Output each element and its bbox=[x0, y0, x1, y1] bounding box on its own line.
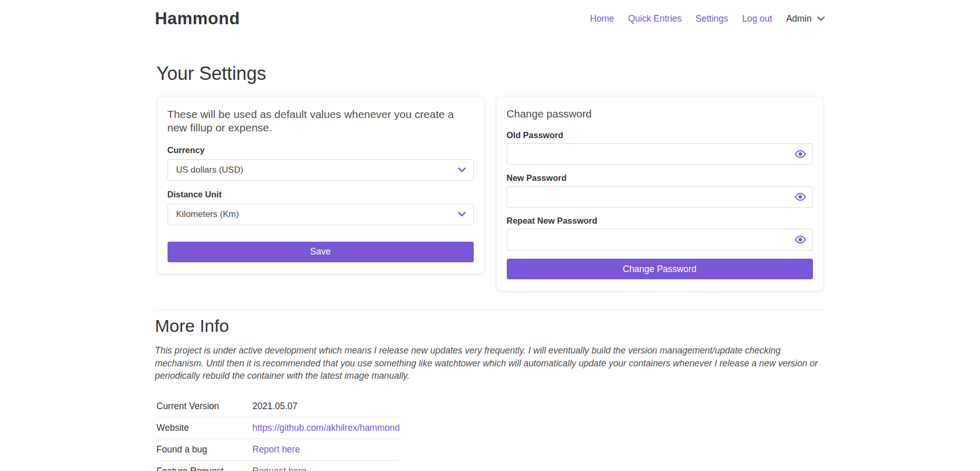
old-password-group: Old Password bbox=[507, 130, 813, 165]
defaults-card: These will be used as default values whe… bbox=[157, 96, 485, 274]
toggle-repeat-password-visibility[interactable] bbox=[794, 234, 807, 245]
row-label: Found a bug bbox=[157, 444, 253, 455]
distance-unit-selected-value: Kilometers (Km) bbox=[176, 209, 239, 220]
old-password-input[interactable] bbox=[507, 143, 813, 165]
nav-item-quick-entries[interactable]: Quick Entries bbox=[628, 13, 682, 24]
top-navbar: Hammond Home Quick Entries Settings Log … bbox=[0, 0, 980, 37]
distance-unit-label: Distance Unit bbox=[168, 190, 474, 199]
current-version-value: 2021.05.07 bbox=[253, 401, 298, 412]
currency-selected-value: US dollars (USD) bbox=[176, 165, 243, 175]
repeat-password-group: Repeat New Password bbox=[507, 216, 813, 250]
new-password-group: New Password bbox=[507, 173, 813, 208]
section-divider bbox=[155, 310, 825, 310]
more-info-title: More Info bbox=[155, 316, 825, 336]
chevron-down-icon bbox=[817, 16, 825, 22]
main-content: Your Settings These will be used as defa… bbox=[155, 63, 825, 471]
table-row-website: Website https://github.com/akhilrex/hamm… bbox=[157, 417, 398, 439]
row-label: Website bbox=[157, 423, 253, 433]
table-row-feature-request: Feature Request Request here bbox=[157, 461, 398, 471]
change-password-title: Change password bbox=[507, 108, 813, 120]
defaults-description: These will be used as default values whe… bbox=[168, 108, 474, 135]
change-password-button[interactable]: Change Password bbox=[507, 259, 813, 279]
new-password-input[interactable] bbox=[507, 186, 813, 208]
table-row-bug: Found a bug Report here bbox=[157, 439, 398, 461]
brand-logo[interactable]: Hammond bbox=[155, 9, 240, 28]
old-password-label: Old Password bbox=[507, 130, 813, 140]
development-note: This project is under active development… bbox=[155, 344, 825, 382]
website-link[interactable]: https://github.com/akhilrex/hammond bbox=[253, 423, 400, 433]
feature-request-link[interactable]: Request here bbox=[253, 466, 307, 471]
table-row-current-version: Current Version 2021.05.07 bbox=[157, 396, 398, 417]
nav-item-settings[interactable]: Settings bbox=[695, 13, 728, 24]
user-menu[interactable]: Admin bbox=[786, 13, 825, 24]
row-label: Current Version bbox=[157, 401, 253, 412]
save-button[interactable]: Save bbox=[168, 242, 474, 262]
info-table: Current Version 2021.05.07 Website https… bbox=[155, 396, 398, 471]
eye-icon bbox=[794, 236, 806, 244]
user-menu-label: Admin bbox=[786, 13, 812, 24]
toggle-new-password-visibility[interactable] bbox=[794, 192, 807, 202]
nav-links: Home Quick Entries Settings Log out Admi… bbox=[590, 13, 825, 24]
toggle-old-password-visibility[interactable] bbox=[794, 149, 807, 159]
nav-item-logout[interactable]: Log out bbox=[742, 13, 772, 24]
report-bug-link[interactable]: Report here bbox=[253, 444, 300, 455]
chevron-down-icon bbox=[458, 212, 466, 217]
eye-icon bbox=[794, 150, 806, 158]
distance-unit-select[interactable]: Kilometers (Km) bbox=[168, 204, 474, 225]
repeat-password-label: Repeat New Password bbox=[507, 216, 813, 226]
row-label: Feature Request bbox=[157, 466, 253, 471]
repeat-password-input[interactable] bbox=[507, 229, 813, 250]
currency-select[interactable]: US dollars (USD) bbox=[168, 159, 474, 181]
chevron-down-icon bbox=[458, 167, 466, 173]
new-password-label: New Password bbox=[507, 173, 813, 183]
change-password-card: Change password Old Password New Passwor… bbox=[496, 96, 824, 291]
currency-label: Currency bbox=[168, 145, 474, 155]
page-title: Your Settings bbox=[155, 63, 825, 85]
eye-icon bbox=[794, 193, 806, 201]
nav-item-home[interactable]: Home bbox=[590, 13, 614, 24]
